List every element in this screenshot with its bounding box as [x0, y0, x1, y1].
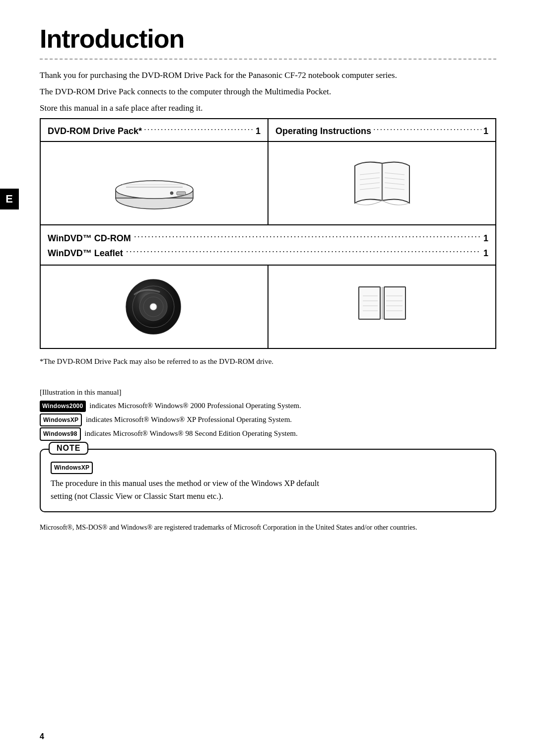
svg-rect-25 — [359, 287, 380, 319]
operating-instructions-header: Operating Instructions 1 — [268, 119, 495, 141]
win2000-text: indicates Microsoft® Windows® 2000 Profe… — [89, 402, 301, 410]
svg-point-23 — [150, 303, 157, 310]
winxp-text: indicates Microsoft® Windows® XP Profess… — [86, 415, 292, 423]
dvd-drive-label: DVD-ROM Drive Pack* — [48, 126, 142, 137]
page-title: Introduction — [40, 24, 496, 54]
win98-text: indicates Microsoft® Windows® 98 Second … — [84, 429, 297, 437]
windvd-cdrom-line: WinDVD™ CD-ROM 1 — [48, 230, 488, 244]
note-text-2: setting (not Classic View or Classic Sta… — [51, 490, 485, 503]
winxp-line: WindowsXP indicates Microsoft® Windows® … — [40, 413, 496, 426]
windvd-leaflet-line: WinDVD™ Leaflet 1 — [48, 246, 488, 259]
book-illustration — [350, 156, 414, 210]
win98-badge: Windows98 — [40, 427, 81, 440]
package-contents-table: DVD-ROM Drive Pack* 1 Operating Instruct… — [40, 118, 496, 349]
dvd-drive-image-cell — [41, 142, 268, 224]
dvd-drive-count: 1 — [256, 126, 261, 137]
windvd-cdrom-count: 1 — [483, 233, 488, 244]
note-box: NOTE WindowsXP The procedure in this man… — [40, 449, 496, 512]
note-text-1: The procedure in this manual uses the me… — [51, 477, 485, 490]
winxp-badge: WindowsXP — [40, 413, 82, 426]
windvd-leaflet-label: WinDVD™ Leaflet — [48, 248, 123, 259]
note-win-badge: WindowsXP — [51, 462, 93, 474]
svg-point-5 — [170, 192, 173, 195]
windvd-leaflet-count: 1 — [483, 248, 488, 259]
footnote-text: *The DVD-ROM Drive Pack may also be refe… — [40, 356, 496, 367]
windvd-section: WinDVD™ CD-ROM 1 WinDVD™ Leaflet 1 — [41, 225, 495, 266]
operating-instructions-image-cell — [268, 142, 495, 224]
dvd-drive-dots — [144, 124, 254, 135]
note-content: WindowsXP The procedure in this manual u… — [51, 461, 485, 503]
dvd-drive-header: DVD-ROM Drive Pack* 1 — [41, 119, 268, 141]
win98-line: Windows98 indicates Microsoft® Windows® … — [40, 427, 496, 440]
operating-instructions-dots — [373, 124, 481, 135]
cd-image-cell — [41, 266, 268, 348]
top-images-row — [41, 142, 495, 225]
trademark-text: Microsoft®, MS-DOS® and Windows® are reg… — [40, 522, 496, 533]
intro-paragraph-3: Store this manual in a safe place after … — [40, 101, 496, 115]
operating-instructions-label: Operating Instructions — [275, 126, 371, 137]
svg-rect-4 — [177, 192, 186, 195]
win2000-badge: Windows2000 — [40, 401, 86, 412]
svg-point-2 — [116, 181, 193, 199]
dvd-drive-illustration — [107, 151, 201, 215]
svg-rect-26 — [384, 287, 405, 319]
leaflet-illustration — [355, 282, 409, 332]
operating-instructions-count: 1 — [483, 126, 488, 137]
windvd-cdrom-label: WinDVD™ CD-ROM — [48, 233, 131, 244]
table-header-row: DVD-ROM Drive Pack* 1 Operating Instruct… — [41, 119, 495, 142]
win2000-line: Windows2000 indicates Microsoft® Windows… — [40, 400, 496, 412]
cd-illustration — [120, 275, 189, 339]
illustration-header: [Illustration in this manual] — [40, 386, 496, 399]
leaflet-image-cell — [268, 266, 495, 348]
illustration-section: [Illustration in this manual] Windows200… — [40, 386, 496, 441]
note-label: NOTE — [49, 442, 88, 455]
windvd-leaflet-dots — [126, 246, 480, 257]
sidebar-e-label: E — [0, 189, 19, 209]
intro-paragraph-1: Thank you for purchasing the DVD-ROM Dri… — [40, 69, 496, 82]
title-divider — [40, 59, 496, 60]
windvd-cdrom-dots — [134, 230, 480, 241]
intro-paragraph-2: The DVD-ROM Drive Pack connects to the c… — [40, 85, 496, 98]
page-number: 4 — [40, 732, 44, 741]
bottom-images-row — [41, 266, 495, 348]
